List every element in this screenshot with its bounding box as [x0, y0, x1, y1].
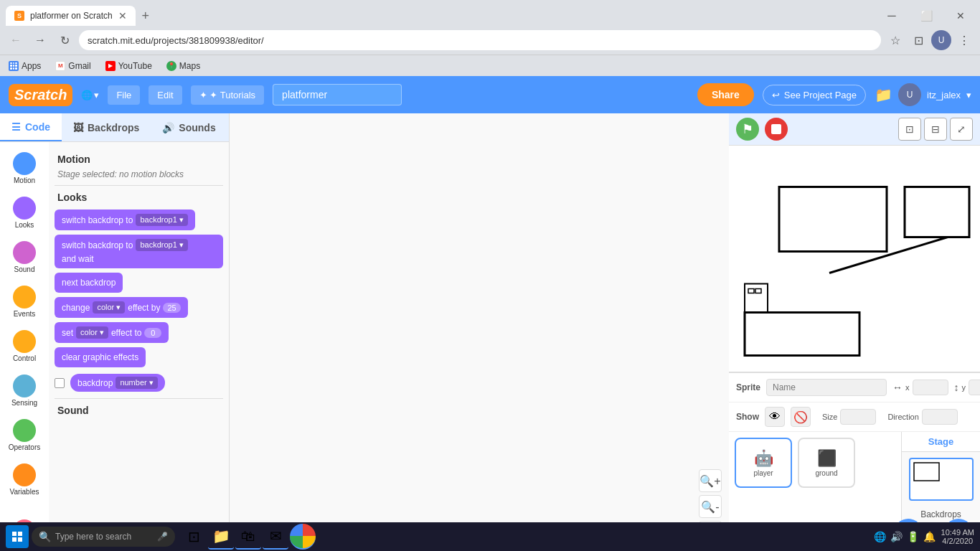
close-button[interactable]: ✕ [944, 6, 977, 26]
size-input[interactable] [840, 409, 876, 425]
taskbar-volume-icon[interactable]: 🔊 [890, 531, 903, 542]
tab-code[interactable]: ☰ Code [0, 113, 62, 141]
show-eye-open-button[interactable]: 👁 [765, 407, 785, 427]
scratch-logo[interactable]: Scratch [9, 84, 72, 106]
active-tab[interactable]: S platformer on Scratch ✕ [6, 6, 136, 26]
taskbar-chrome-button[interactable] [290, 524, 316, 550]
taskbar-store-button[interactable]: 🛍 [235, 524, 261, 550]
forward-button[interactable]: → [30, 30, 50, 50]
user-name-label[interactable]: itz_jalex [927, 90, 961, 100]
category-events[interactable]: Events [3, 281, 46, 323]
folder-icon[interactable]: 📁 [875, 86, 892, 103]
size-group: Size [822, 409, 876, 425]
new-tab-button[interactable]: + [136, 6, 156, 26]
block-backdrop-number[interactable]: backdrop number ▾ [70, 374, 165, 392]
effect-color-dropdown-1[interactable]: color ▾ [93, 301, 125, 314]
sensing-label: Sensing [11, 399, 37, 408]
sprites-column: 🤖 player ⬛ ground [729, 432, 901, 522]
taskbar-network-icon[interactable]: 🌐 [874, 531, 886, 542]
cast-icon[interactable]: ⊡ [908, 30, 928, 50]
backdrop-reporter-checkbox[interactable] [55, 378, 65, 388]
backdrop-dropdown-1[interactable]: backdrop1 ▾ [136, 214, 187, 226]
bookmark-maps[interactable]: 📍 Maps [164, 60, 203, 72]
bookmark-star-icon[interactable]: ☆ [885, 30, 905, 50]
taskbar-search-bar[interactable]: 🔍 Type here to search 🎤 [32, 527, 175, 547]
stage-thumbnail[interactable] [909, 458, 974, 501]
backdrop-number-dropdown[interactable]: number ▾ [116, 377, 157, 389]
main-canvas: 🔍+ 🔍- ⊞ [230, 113, 729, 551]
minimize-button[interactable]: ─ [875, 6, 908, 26]
svg-rect-10 [12, 537, 17, 542]
see-project-page-button[interactable]: ↩ See Project Page [763, 85, 866, 105]
taskbar-file-explorer-button[interactable]: 📁 [208, 524, 234, 550]
block-clear-graphic-effects[interactable]: clear graphic effects [55, 347, 146, 367]
apps-label: Apps [22, 61, 41, 71]
looks-label: Looks [15, 221, 34, 230]
x-coord-input[interactable] [913, 380, 948, 395]
user-profile-icon[interactable]: U [931, 30, 951, 50]
address-input[interactable] [79, 30, 881, 50]
bookmark-apps[interactable]: Apps [6, 60, 44, 72]
category-sensing[interactable]: Sensing [3, 370, 46, 412]
bookmark-youtube[interactable]: ▶ YouTube [103, 60, 155, 72]
block-set-color-effect[interactable]: set color ▾ effect to 0 [55, 322, 169, 343]
stop-button[interactable] [765, 118, 788, 141]
taskbar-notification-icon[interactable]: 🔔 [923, 531, 936, 542]
green-flag-button[interactable]: ⚑ [736, 118, 759, 141]
effect-color-dropdown-2[interactable]: color ▾ [76, 326, 108, 339]
address-bar: ← → ↻ ☆ ⊡ U ⋮ [0, 26, 980, 55]
control-label: Control [13, 354, 36, 363]
back-button[interactable]: ← [6, 30, 26, 50]
zoom-in-button[interactable]: 🔍+ [699, 469, 722, 492]
direction-label: Direction [887, 413, 918, 421]
sprite-name-input[interactable] [766, 379, 887, 396]
user-avatar[interactable]: U [898, 83, 921, 106]
code-canvas[interactable]: 🔍+ 🔍- ⊞ [230, 113, 729, 551]
category-looks[interactable]: Looks [3, 192, 46, 234]
backdrop-dropdown-2[interactable]: backdrop1 ▾ [136, 239, 187, 251]
taskbar-mail-button[interactable]: ✉ [263, 524, 288, 550]
file-menu-button[interactable]: File [108, 85, 140, 105]
sprite-thumb-player[interactable]: 🤖 player [735, 438, 792, 488]
block-next-backdrop[interactable]: next backdrop [55, 273, 123, 293]
effect-amount-input-2[interactable]: 0 [144, 328, 161, 338]
edit-menu-button[interactable]: Edit [149, 85, 182, 105]
direction-input[interactable] [922, 409, 958, 425]
block-switch-backdrop-wait[interactable]: switch backdrop to backdrop1 ▾ and wait [55, 235, 223, 268]
zoom-out-button[interactable]: 🔍- [699, 495, 722, 518]
category-variables[interactable]: Variables [3, 459, 46, 501]
bookmark-gmail[interactable]: M Gmail [52, 60, 93, 72]
maximize-button[interactable]: ⬜ [910, 6, 943, 26]
layout-split-button[interactable]: ⊟ [924, 118, 947, 141]
block-switch-backdrop[interactable]: switch backdrop to backdrop1 ▾ [55, 209, 195, 230]
menu-icon[interactable]: ⋮ [954, 30, 974, 50]
language-selector[interactable]: 🌐 ▾ [81, 90, 99, 100]
category-sound[interactable]: Sound [3, 237, 46, 278]
windows-logo-icon [11, 531, 23, 542]
taskbar-task-view-button[interactable]: ⊡ [181, 524, 207, 550]
layout-normal-button[interactable]: ⊡ [898, 118, 921, 141]
refresh-button[interactable]: ↻ [55, 30, 75, 50]
category-control[interactable]: Control [3, 326, 46, 367]
start-button[interactable] [6, 525, 29, 548]
share-button[interactable]: Share [697, 83, 754, 106]
size-label: Size [822, 413, 837, 421]
y-coord-input[interactable] [969, 380, 980, 395]
tab-sounds[interactable]: 🔊 Sounds [151, 113, 227, 141]
category-motion[interactable]: Motion [3, 148, 46, 189]
svg-rect-9 [18, 532, 22, 536]
tab-backdrops[interactable]: 🖼 Backdrops [62, 113, 151, 141]
taskbar-clock[interactable]: 10:49 AM 4/2/2020 [941, 528, 974, 545]
sound-dot [13, 241, 36, 264]
layout-fullscreen-button[interactable]: ⤢ [950, 118, 973, 141]
block-change-color-effect[interactable]: change color ▾ effect by 25 [55, 297, 188, 318]
x-arrows-icon: ↔ [892, 382, 903, 393]
effect-amount-input-1[interactable]: 25 [163, 303, 180, 313]
tutorials-button[interactable]: ✦ ✦ Tutorials [191, 85, 264, 105]
show-eye-closed-button[interactable]: 🚫 [791, 407, 811, 427]
project-name-input[interactable] [273, 84, 402, 105]
category-operators[interactable]: Operators [3, 415, 46, 456]
tab-close-button[interactable]: ✕ [118, 10, 127, 22]
stage-tab[interactable]: Stage [902, 432, 980, 452]
sprite-thumb-ground[interactable]: ⬛ ground [798, 438, 855, 488]
